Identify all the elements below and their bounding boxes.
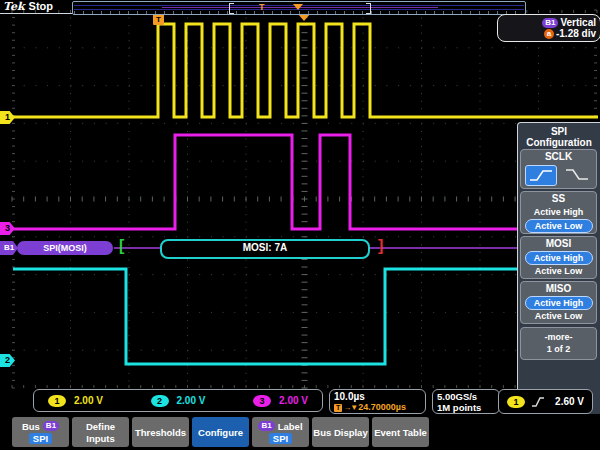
section-miso: MISO Active High Active Low [520, 281, 597, 324]
logo-underline [0, 13, 74, 14]
miso-active-low-option[interactable]: Active Low [521, 310, 596, 323]
delay-arrow-icon: →▼ [343, 402, 357, 413]
ch2-badge: 2 [151, 395, 169, 407]
record-length: 1M points [437, 402, 495, 413]
ss-active-high-option[interactable]: Active High [521, 206, 596, 219]
menu-label-button[interactable]: B1Label SPI [252, 417, 309, 447]
trigger-source-badge: 1 [507, 396, 525, 408]
b1-badge: B1 [542, 18, 558, 28]
decode-start-bracket: [ [119, 238, 124, 254]
more-button[interactable]: -more- 1 of 2 [520, 327, 597, 360]
miso-label: MISO [521, 282, 596, 296]
multipurpose-knob-icon: a [544, 29, 554, 39]
spi-badge: SPI [29, 433, 52, 444]
record-trigger-triangle-icon [293, 4, 303, 10]
section-ss: SS Active High Active Low [520, 191, 597, 234]
panel-title: SPI Configuration [518, 126, 600, 148]
menu-thresholds-button[interactable]: Thresholds [132, 417, 189, 447]
record-view-bar[interactable]: T [72, 1, 526, 15]
mosi-ch3-trace [12, 135, 517, 229]
acquisition-readout: 5.00GS/s 1M points [432, 389, 500, 414]
trigger-readout: 1 2.60 V [498, 389, 593, 414]
waveform-display [0, 0, 600, 414]
falling-edge-icon [564, 167, 590, 182]
vertical-label: Vertical [560, 17, 596, 28]
channel-scale-readouts: 1 2.00 V 2 2.00 V 3 2.00 V [33, 389, 323, 412]
oscilloscope-screen: TekStop T T B1 Vertical a -1.28 div 1 3 … [0, 0, 600, 450]
trigger-level: 2.60 V [555, 396, 584, 407]
b1-badge: B1 [43, 421, 59, 431]
mosi-label: MOSI [521, 237, 596, 251]
ss-label: SS [521, 192, 596, 206]
vertical-value: -1.28 div [556, 28, 596, 39]
falling-edge-button[interactable] [562, 165, 592, 184]
tek-logo: TekStop [3, 0, 53, 13]
menu-define-inputs-button[interactable]: Define Inputs [72, 417, 129, 447]
menu-event-table-button[interactable]: Event Table [372, 417, 429, 447]
menu-configure-button[interactable]: Configure [192, 417, 249, 447]
ss-active-low-option[interactable]: Active Low [525, 219, 593, 233]
spi-configuration-panel: SPI Configuration SCLK SS Active Hig [517, 122, 600, 418]
b1-badge: B1 [258, 421, 274, 431]
record-bar-ticks [74, 11, 524, 14]
ch3-scale-readout: 3 2.00 V [253, 395, 308, 407]
vertical-readout-badge: B1 Vertical a -1.28 div [497, 14, 600, 42]
horizontal-readout: 10.0µs T →▼ 24.70000µs [329, 389, 426, 414]
decode-end-bracket: ] [378, 238, 383, 254]
section-sclk: SCLK [520, 149, 597, 189]
bottom-menu-bar: BusB1 SPI Define Inputs Thresholds Confi… [0, 414, 600, 450]
ch1-scale-readout: 1 2.00 V [48, 395, 103, 407]
bus-label-pill: SPI(MOSI) [17, 241, 113, 255]
menu-bus-display-button[interactable]: Bus Display [312, 417, 369, 447]
spi-badge: SPI [269, 433, 292, 444]
ch1-badge: 1 [48, 395, 66, 407]
menu-bus-button[interactable]: BusB1 SPI [12, 417, 69, 447]
bus-decode-value: MOSI: 7A [160, 239, 370, 259]
grid-center-ticks [12, 10, 597, 388]
trigger-t-icon: T [334, 404, 342, 412]
mosi-active-low-option[interactable]: Active Low [521, 265, 596, 278]
sclk-label: SCLK [521, 150, 596, 164]
rising-edge-button[interactable] [525, 165, 557, 186]
sample-rate: 5.00GS/s [437, 391, 495, 402]
horizontal-delay: T →▼ 24.70000µs [334, 402, 421, 413]
rising-edge-icon [528, 168, 554, 183]
ch3-badge: 3 [253, 395, 271, 407]
brand-label: Tek [3, 0, 25, 13]
horizontal-scale: 10.0µs [334, 391, 421, 402]
ch2-scale-readout: 2 2.00 V [151, 395, 206, 407]
miso-active-high-option[interactable]: Active High [525, 296, 593, 310]
trigger-point-flag: T [153, 14, 164, 25]
mosi-active-high-option[interactable]: Active High [525, 251, 593, 265]
trigger-position-icon[interactable] [298, 14, 310, 21]
ss-ch2-trace [13, 269, 517, 364]
acquisition-status: Stop [29, 0, 53, 12]
trigger-slope-icon [531, 396, 545, 408]
section-mosi: MOSI Active High Active Low [520, 236, 597, 279]
